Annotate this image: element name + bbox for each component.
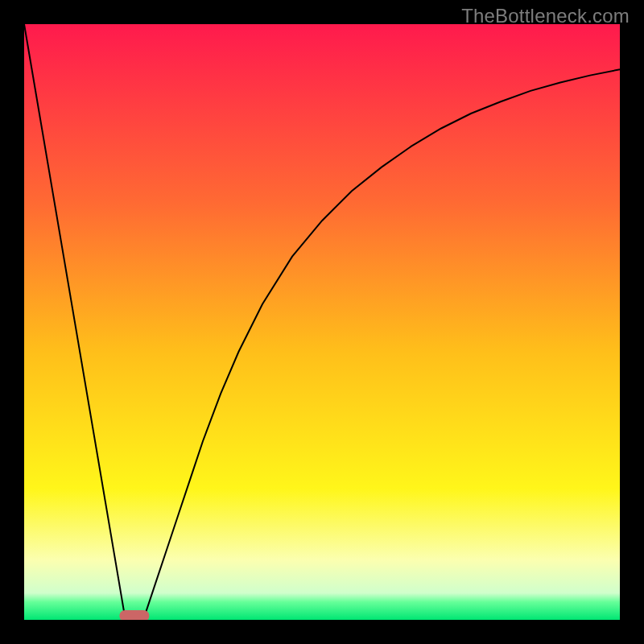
watermark-text: TheBottleneck.com (461, 5, 630, 27)
bottleneck-chart: TheBottleneck.com (0, 0, 644, 644)
chart-svg (0, 0, 644, 644)
valley-marker (119, 610, 149, 621)
plot-background (24, 24, 620, 620)
